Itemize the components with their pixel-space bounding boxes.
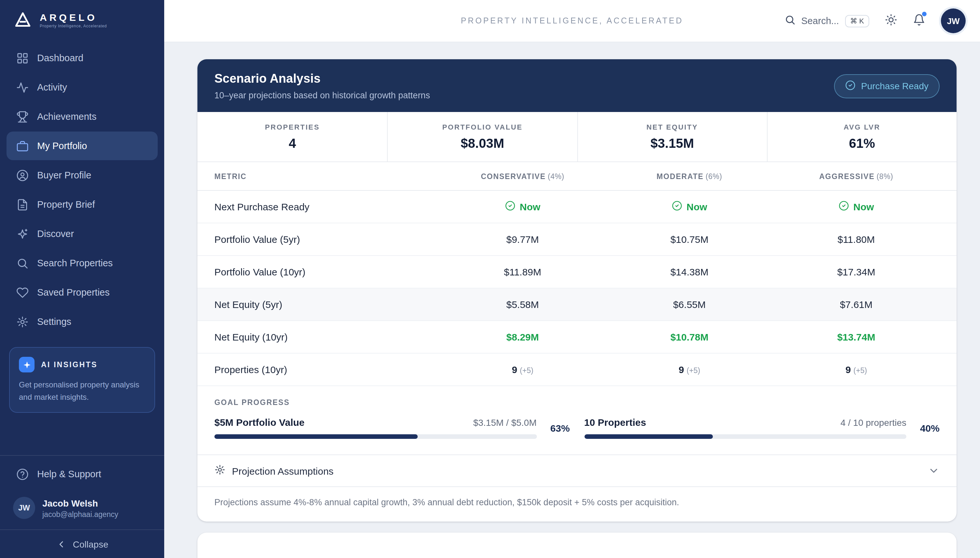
column-header-metric: METRIC	[214, 172, 439, 180]
goal-portfolio-value: $5M Portfolio Value $3.15M / $5.0M 63%	[214, 417, 570, 439]
assumptions-title: Projection Assumptions	[232, 465, 334, 476]
help-circle-icon	[16, 468, 29, 480]
goal-name: 10 Properties	[584, 417, 646, 428]
stat-value: 61%	[768, 136, 957, 151]
purchase-ready-badge: Purchase Ready	[834, 74, 940, 98]
table-row-properties-10yr: Properties (10yr) 9(+5) 9(+5) 9(+5)	[197, 354, 957, 386]
sidebar-item-saved-properties[interactable]: Saved Properties	[7, 278, 158, 307]
user-name: Jacob Welsh	[42, 498, 118, 508]
goal-progress-heading: GOAL PROGRESS	[214, 399, 940, 406]
check-circle-icon	[671, 200, 682, 213]
metric-cell: Properties (10yr)	[214, 364, 439, 375]
sidebar-item-dashboard[interactable]: Dashboard	[7, 44, 158, 72]
sidebar-item-discover[interactable]: Discover	[7, 220, 158, 248]
value-cell: $11.89M	[439, 266, 606, 277]
notifications-button[interactable]	[913, 14, 925, 28]
progress-bar-fill	[584, 434, 713, 439]
search-icon	[784, 14, 795, 27]
scenario-card-header: Scenario Analysis 10–year projections ba…	[197, 59, 957, 112]
sidebar-item-help-support[interactable]: Help & Support	[7, 458, 158, 490]
theme-toggle-button[interactable]	[885, 14, 897, 28]
table-header-row: METRIC CONSERVATIVE(4%) MODERATE(6%) AGG…	[197, 162, 957, 191]
goal-percent: 63%	[546, 422, 570, 433]
metric-cell: Net Equity (10yr)	[214, 332, 439, 343]
value-cell: 9(+5)	[773, 364, 940, 375]
metric-cell: Portfolio Value (10yr)	[214, 266, 439, 277]
briefcase-icon	[16, 140, 29, 152]
brand-name: ARQELO	[40, 11, 107, 23]
stat-net-equity: NET EQUITY $3.15M	[577, 112, 767, 161]
column-header-conservative: CONSERVATIVE(4%)	[439, 172, 606, 180]
goal-progress-section: GOAL PROGRESS $5M Portfolio Value $3.15M…	[197, 386, 957, 455]
sidebar-item-label: Achievements	[37, 112, 97, 122]
value-cell: $6.55M	[606, 299, 773, 310]
stat-label: NET EQUITY	[578, 123, 767, 131]
assumptions-text: Projections assume 4%-8% annual capital …	[197, 486, 957, 522]
topbar-controls: Search... ⌘ K JW	[784, 0, 966, 42]
page-subtitle: 10–year projections based on historical …	[214, 90, 430, 100]
table-row-portfolio-value-10yr: Portfolio Value (10yr) $11.89M $14.38M $…	[197, 256, 957, 289]
sidebar-item-label: Settings	[37, 317, 71, 327]
sidebar-spacer	[0, 413, 164, 455]
sidebar-item-buyer-profile[interactable]: Buyer Profile	[7, 161, 158, 189]
topbar: PROPERTY INTELLIGENCE, ACCELERATED Searc…	[164, 0, 980, 42]
sidebar-item-label: Help & Support	[37, 469, 101, 479]
value-cell: $17.34M	[773, 266, 940, 277]
sidebar-item-label: Search Properties	[37, 258, 113, 268]
app-root: ARQELO Property Intelligence, Accelerate…	[0, 0, 980, 558]
stats-row: PROPERTIES 4 PORTFOLIO VALUE $8.03M NET …	[197, 112, 957, 162]
search-input[interactable]: Search... ⌘ K	[784, 14, 869, 27]
sidebar-nav: Dashboard Activity Achievements My Portf…	[0, 38, 164, 336]
table-row-net-equity-10yr: Net Equity (10yr) $8.29M $10.78M $13.74M	[197, 321, 957, 354]
metric-cell: Net Equity (5yr)	[214, 299, 439, 310]
collapse-button[interactable]: Collapse	[0, 529, 164, 558]
goal-detail: 4 / 10 properties	[840, 417, 906, 428]
sidebar-item-property-brief[interactable]: Property Brief	[7, 190, 158, 219]
brand-logo[interactable]: ARQELO Property Intelligence, Accelerate…	[0, 0, 164, 38]
value-cell: 9(+5)	[606, 364, 773, 375]
value-cell: $9.77M	[439, 234, 606, 245]
page-title: Scenario Analysis	[214, 72, 430, 86]
check-circle-icon	[838, 200, 849, 213]
trophy-icon	[16, 110, 29, 123]
brand-logo-icon	[13, 10, 33, 29]
shortcut-badge: ⌘ K	[845, 15, 869, 27]
stat-label: AVG LVR	[768, 123, 957, 131]
avatar: JW	[13, 497, 35, 519]
sidebar-item-label: Dashboard	[37, 53, 84, 63]
user-email: jacob@alphaai.agency	[42, 510, 118, 518]
sidebar-item-my-portfolio[interactable]: My Portfolio	[7, 131, 158, 160]
main-area: PROPERTY INTELLIGENCE, ACCELERATED Searc…	[164, 0, 980, 558]
value-cell: Now	[773, 200, 940, 213]
ai-insights-description: Get personalised property analysis and m…	[19, 379, 145, 403]
sidebar-item-settings[interactable]: Settings	[7, 307, 158, 336]
progress-bar	[584, 434, 906, 439]
stat-value: $3.15M	[578, 136, 767, 151]
projection-assumptions-toggle[interactable]: Projection Assumptions	[197, 455, 957, 486]
sidebar-item-label: Buyer Profile	[37, 170, 91, 181]
sidebar-item-achievements[interactable]: Achievements	[7, 102, 158, 131]
stat-properties: PROPERTIES 4	[197, 112, 387, 161]
ai-insights-card[interactable]: AI INSIGHTS Get personalised property an…	[9, 347, 155, 413]
notification-dot	[922, 12, 927, 16]
sidebar-item-search-properties[interactable]: Search Properties	[7, 249, 158, 277]
metric-cell: Next Purchase Ready	[214, 201, 439, 212]
column-header-moderate: MODERATE(6%)	[606, 172, 773, 180]
stat-label: PROPERTIES	[197, 123, 387, 131]
value-cell: Now	[439, 200, 606, 213]
value-cell: $5.58M	[439, 299, 606, 310]
progress-bar	[214, 434, 537, 439]
progress-bar-fill	[214, 434, 418, 439]
sidebar-divider	[0, 455, 164, 456]
column-header-aggressive: AGGRESSIVE(8%)	[773, 172, 940, 180]
sidebar-item-label: Saved Properties	[37, 287, 110, 297]
sidebar-user[interactable]: JW Jacob Welsh jacob@alphaai.agency	[0, 490, 164, 529]
activity-icon	[16, 81, 29, 94]
avatar[interactable]: JW	[941, 8, 966, 33]
file-text-icon	[16, 198, 29, 211]
value-cell: $10.75M	[606, 234, 773, 245]
stat-value: 4	[197, 136, 387, 151]
chevron-down-icon	[928, 465, 940, 477]
stat-label: PORTFOLIO VALUE	[388, 123, 577, 131]
sidebar-item-activity[interactable]: Activity	[7, 73, 158, 102]
